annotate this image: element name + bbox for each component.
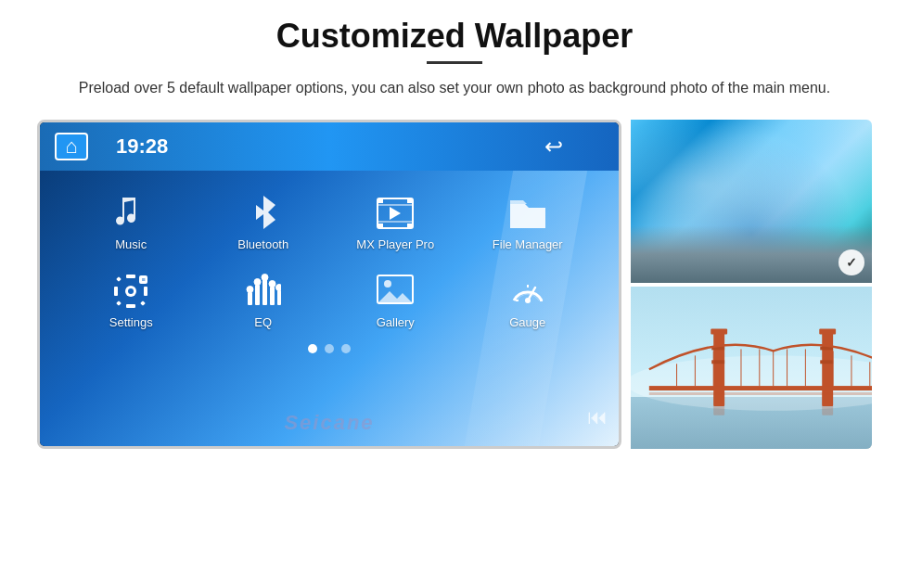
- svg-rect-9: [126, 304, 135, 308]
- svg-point-17: [128, 288, 134, 294]
- svg-rect-23: [270, 287, 275, 305]
- svg-marker-32: [378, 291, 413, 303]
- svg-text:≡: ≡: [142, 276, 146, 283]
- music-label: Music: [115, 237, 147, 251]
- svg-point-25: [247, 286, 253, 292]
- checkmark-icon: ✓: [839, 249, 864, 275]
- svg-rect-11: [144, 287, 147, 296]
- gallery-label: Gallery: [377, 315, 415, 329]
- svg-rect-2: [407, 198, 413, 203]
- ice-rocks: [631, 225, 872, 282]
- dot-2[interactable]: [325, 344, 334, 353]
- music-icon: [108, 192, 154, 234]
- svg-rect-15: [140, 300, 146, 306]
- settings-label: Settings: [109, 315, 153, 329]
- home-icon[interactable]: ⌂: [55, 133, 88, 160]
- app-bluetooth[interactable]: Bluetooth: [202, 185, 326, 259]
- page-subtitle: Preload over 5 default wallpaper options…: [79, 77, 830, 99]
- svg-rect-44: [819, 328, 836, 334]
- app-grid-row1: Music Bluetooth: [70, 185, 589, 337]
- gauge-label: Gauge: [509, 315, 545, 329]
- folder-icon: [505, 192, 551, 234]
- bluetooth-icon: [240, 192, 287, 234]
- svg-rect-8: [126, 275, 135, 278]
- dot-3[interactable]: [341, 344, 351, 353]
- time-display: 19:28: [116, 134, 168, 159]
- app-gallery[interactable]: Gallery: [334, 262, 457, 337]
- settings-icon: ≡: [108, 270, 154, 312]
- eq-icon: [240, 270, 287, 312]
- film-icon: [372, 192, 418, 234]
- bluetooth-label: Bluetooth: [237, 237, 288, 251]
- svg-rect-43: [711, 328, 727, 334]
- svg-rect-14: [116, 300, 122, 306]
- eq-label: EQ: [254, 315, 272, 329]
- back-button[interactable]: ↩: [544, 134, 563, 160]
- side-images: ✓: [631, 120, 872, 449]
- svg-rect-22: [262, 279, 267, 305]
- filemanager-label: File Manager: [493, 237, 563, 251]
- skip-button[interactable]: ⏮: [587, 405, 608, 429]
- bridge-svg: [631, 287, 872, 450]
- svg-rect-63: [822, 392, 833, 415]
- svg-rect-21: [255, 285, 260, 305]
- app-music[interactable]: Music: [70, 185, 193, 259]
- page-dots: [308, 344, 351, 353]
- svg-rect-4: [407, 224, 413, 228]
- svg-rect-12: [116, 276, 122, 282]
- screen-body: Music Bluetooth: [40, 171, 619, 446]
- svg-rect-6: [378, 221, 413, 223]
- bridge-image: [631, 287, 872, 450]
- svg-rect-48: [820, 360, 833, 364]
- svg-rect-61: [649, 392, 872, 395]
- app-gauge[interactable]: Gauge: [467, 262, 590, 337]
- app-settings[interactable]: ≡ Settings: [70, 262, 193, 337]
- app-mxplayer[interactable]: MX Player Pro: [334, 185, 457, 259]
- app-filemanager[interactable]: File Manager: [467, 185, 590, 259]
- screen-header: ⌂ 19:28 ↩: [40, 122, 619, 171]
- svg-rect-49: [649, 386, 872, 390]
- gauge-icon: [505, 270, 551, 312]
- svg-rect-1: [378, 198, 383, 203]
- svg-marker-7: [390, 207, 401, 220]
- ice-cave-image: ✓: [631, 120, 872, 283]
- watermark: Seicane: [284, 411, 374, 435]
- gallery-icon: [372, 270, 418, 312]
- svg-point-29: [275, 284, 281, 290]
- car-screen: ⌂ 19:28 ↩ Music: [37, 120, 621, 449]
- svg-point-31: [384, 280, 391, 288]
- mxplayer-label: MX Player Pro: [356, 237, 434, 251]
- svg-rect-5: [378, 204, 413, 206]
- svg-point-27: [262, 274, 268, 280]
- title-underline: [427, 61, 482, 64]
- dot-1[interactable]: [308, 344, 317, 353]
- svg-rect-10: [114, 287, 118, 296]
- svg-rect-3: [378, 224, 383, 228]
- page-title: Customized Wallpaper: [276, 17, 634, 56]
- content-area: ⌂ 19:28 ↩ Music: [37, 120, 872, 449]
- svg-rect-24: [277, 290, 281, 305]
- svg-point-26: [254, 278, 261, 285]
- svg-rect-62: [713, 392, 724, 415]
- svg-rect-20: [248, 292, 252, 305]
- svg-point-28: [269, 280, 275, 287]
- page-container: Customized Wallpaper Preload over 5 defa…: [0, 0, 909, 588]
- app-eq[interactable]: EQ: [202, 262, 326, 337]
- svg-line-34: [528, 288, 535, 300]
- svg-point-33: [525, 298, 531, 303]
